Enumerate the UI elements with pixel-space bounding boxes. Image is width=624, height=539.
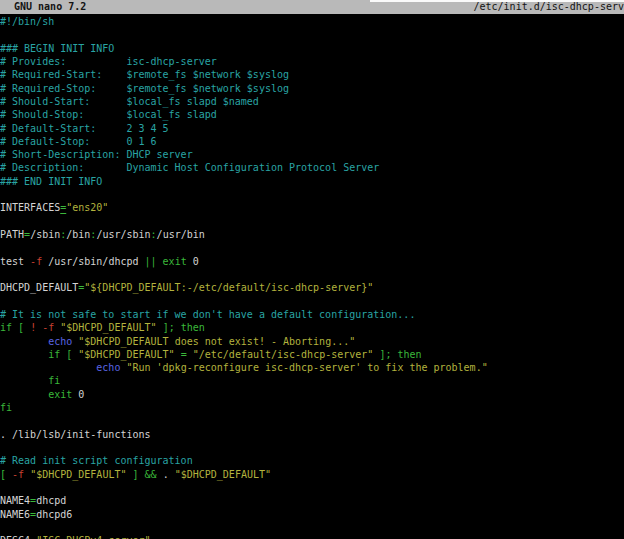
- code-line: echo "$DHCPD_DEFAULT does not exist! - A…: [0, 335, 624, 348]
- code-line: [0, 414, 624, 427]
- code-line: test -f /usr/sbin/dhcpd || exit 0: [0, 255, 624, 268]
- code-segment: fi: [0, 402, 12, 413]
- code-segment: "$DHCPD_DEFAULT does not exist! - Aborti…: [78, 336, 355, 347]
- code-line: if [ "$DHCPD_DEFAULT" = "/etc/default/is…: [0, 348, 624, 361]
- code-line: PATH=/sbin:/bin:/usr/sbin:/usr/bin: [0, 228, 624, 241]
- open-file-path: /etc/init.d/isc-dhcp-serv: [473, 0, 624, 14]
- code-segment: echo: [48, 336, 72, 347]
- code-line: [0, 295, 624, 308]
- code-line: fi: [0, 401, 624, 414]
- code-segment: then: [181, 322, 205, 333]
- code-segment: #!/bin/sh: [0, 16, 54, 27]
- code-segment: DHCPD_DEFAULT: [0, 282, 78, 293]
- code-segment: ### BEGIN INIT INFO: [0, 43, 114, 54]
- code-segment: /usr/sbin: [96, 229, 150, 240]
- code-line: [0, 215, 624, 228]
- code-segment: echo: [96, 362, 120, 373]
- code-segment: "ens20": [66, 202, 108, 213]
- code-segment: # Description: Dynamic Host Configuratio…: [0, 162, 379, 173]
- code-line: # Required-Stop: $remote_fs $network $sy…: [0, 82, 624, 95]
- code-segment: DESC4: [0, 535, 30, 539]
- code-segment: # Short-Description: DHCP server: [0, 149, 193, 160]
- code-line: NAME4=dhcpd: [0, 494, 624, 507]
- code-line: [0, 268, 624, 281]
- code-line: # Short-Description: DHCP server: [0, 148, 624, 161]
- code-segment: /sbin: [30, 229, 60, 240]
- code-line: # Should-Start: $local_fs slapd $named: [0, 95, 624, 108]
- code-segment: "${DHCPD_DEFAULT:-/etc/default/isc-dhcp-…: [84, 282, 373, 293]
- code-segment: # Read init script configuration: [0, 455, 193, 466]
- code-line: [ -f "$DHCPD_DEFAULT" ] && . "$DHCPD_DEF…: [0, 468, 624, 481]
- code-segment: # Default-Start: 2 3 4 5: [0, 123, 169, 134]
- code-segment: /bin: [66, 229, 90, 240]
- code-segment: if: [48, 349, 60, 360]
- code-segment: test: [0, 256, 30, 267]
- code-segment: [0, 375, 48, 386]
- code-segment: [0, 336, 48, 347]
- code-segment: [0, 389, 48, 400]
- code-segment: NAME6: [0, 509, 30, 520]
- code-segment: PATH: [0, 229, 24, 240]
- code-segment: NAME4: [0, 495, 30, 506]
- code-line: NAME6=dhcpd6: [0, 508, 624, 521]
- code-segment: dhcpd: [36, 495, 66, 506]
- code-segment: # Required-Stop: $remote_fs $network $sy…: [0, 83, 289, 94]
- terminal-screen: GNU nano 7.2 /etc/init.d/isc-dhcp-serv #…: [0, 0, 624, 539]
- code-line: [0, 441, 624, 454]
- code-line: # Read init script configuration: [0, 454, 624, 467]
- code-segment: # Default-Stop: 0 1 6: [0, 136, 157, 147]
- code-line: exit 0: [0, 388, 624, 401]
- nano-titlebar: GNU nano 7.2 /etc/init.d/isc-dhcp-serv: [0, 0, 624, 14]
- code-segment: "$DHCPD_DEFAULT": [60, 322, 156, 333]
- code-line: DESC4="ISC DHCPv4 server": [0, 534, 624, 539]
- code-segment: 0: [187, 256, 199, 267]
- code-segment: -f: [30, 256, 42, 267]
- code-segment: # Should-Stop: $local_fs slapd: [0, 109, 217, 120]
- code-segment: .: [157, 469, 175, 480]
- code-segment: "Run 'dpkg-reconfigure isc-dhcp-server' …: [126, 362, 487, 373]
- code-line: # Default-Start: 2 3 4 5: [0, 122, 624, 135]
- code-segment: ### END INIT INFO: [0, 176, 102, 187]
- code-line: [0, 241, 624, 254]
- code-segment: dhcpd6: [36, 509, 72, 520]
- code-segment: "$DHCPD_DEFAULT": [175, 469, 271, 480]
- code-line: [0, 188, 624, 201]
- code-segment: /usr/bin: [157, 229, 205, 240]
- code-line: . /lib/lsb/init-functions: [0, 428, 624, 441]
- code-line: [0, 28, 624, 41]
- code-segment: then: [397, 349, 421, 360]
- editor-area[interactable]: #!/bin/sh### BEGIN INIT INFO# Provides: …: [0, 14, 624, 539]
- code-line: fi: [0, 374, 624, 387]
- code-line: DHCPD_DEFAULT="${DHCPD_DEFAULT:-/etc/def…: [0, 281, 624, 294]
- code-segment: -f: [12, 469, 24, 480]
- code-segment: # Should-Start: $local_fs slapd $named: [0, 96, 259, 107]
- code-line: # Required-Start: $remote_fs $network $s…: [0, 68, 624, 81]
- code-segment: exit: [163, 256, 187, 267]
- screen-edge-artifact: [370, 0, 624, 2]
- code-segment: "/etc/default/isc-dhcp-server": [193, 349, 374, 360]
- code-segment: [0, 362, 96, 373]
- code-segment: ||: [145, 256, 157, 267]
- code-segment: fi: [48, 375, 60, 386]
- code-segment: &&: [145, 469, 157, 480]
- code-segment: # Required-Start: $remote_fs $network $s…: [0, 69, 289, 80]
- code-segment: "ISC DHCPv4 server": [36, 535, 150, 539]
- code-segment: "$DHCPD_DEFAULT": [30, 469, 126, 480]
- code-line: # Description: Dynamic Host Configuratio…: [0, 161, 624, 174]
- code-segment: INTERFACES: [0, 202, 60, 213]
- code-line: INTERFACES="ens20": [0, 201, 624, 214]
- code-line: [0, 521, 624, 534]
- code-line: echo "Run 'dpkg-reconfigure isc-dhcp-ser…: [0, 361, 624, 374]
- code-line: ### BEGIN INIT INFO: [0, 42, 624, 55]
- code-segment: # It is not safe to start if we don't ha…: [0, 309, 415, 320]
- code-segment: "$DHCPD_DEFAULT": [78, 349, 174, 360]
- code-segment: if: [0, 322, 12, 333]
- code-segment: 0: [72, 389, 84, 400]
- code-line: if [ ! -f "$DHCPD_DEFAULT" ]; then: [0, 321, 624, 334]
- code-line: # It is not safe to start if we don't ha…: [0, 308, 624, 321]
- code-line: # Default-Stop: 0 1 6: [0, 135, 624, 148]
- code-line: [0, 481, 624, 494]
- code-segment: [0, 349, 48, 360]
- code-line: # Should-Stop: $local_fs slapd: [0, 108, 624, 121]
- code-segment: /usr/sbin/dhcpd: [42, 256, 144, 267]
